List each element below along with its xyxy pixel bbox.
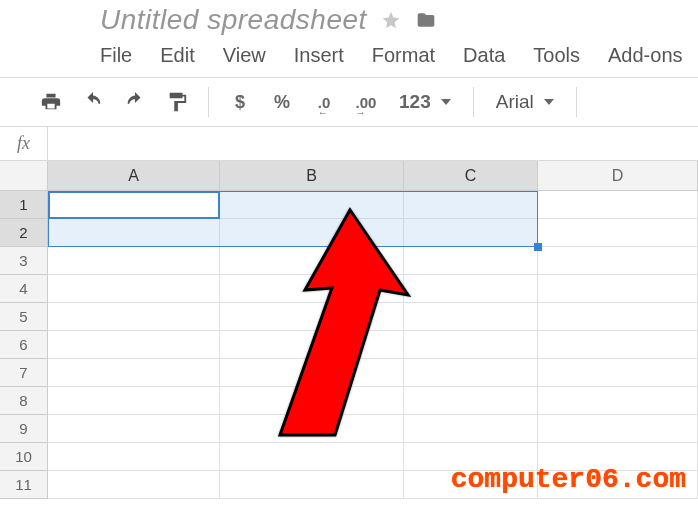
toolbar: $ % .0← .00→ 123 Arial	[0, 77, 698, 127]
row-header-7[interactable]: 7	[0, 359, 47, 387]
menu-addons[interactable]: Add-ons	[608, 44, 683, 67]
toolbar-separator	[208, 87, 209, 117]
column-header-d[interactable]: D	[538, 161, 698, 190]
row-header-5[interactable]: 5	[0, 303, 47, 331]
row-header-10[interactable]: 10	[0, 443, 47, 471]
chevron-down-icon	[544, 99, 554, 105]
formula-input[interactable]	[48, 127, 698, 160]
menu-tools[interactable]: Tools	[533, 44, 580, 67]
selection-fill-handle[interactable]	[534, 243, 542, 251]
row-header-2[interactable]: 2	[0, 219, 47, 247]
menu-format[interactable]: Format	[372, 44, 435, 67]
select-all-corner[interactable]	[0, 161, 48, 191]
chevron-down-icon	[441, 99, 451, 105]
watermark-text: computer06.com	[451, 464, 686, 495]
toolbar-separator	[576, 87, 577, 117]
fx-label: fx	[0, 127, 48, 160]
undo-icon[interactable]	[76, 84, 110, 120]
toolbar-separator	[473, 87, 474, 117]
number-format-dropdown[interactable]: 123	[391, 91, 459, 113]
row-header-1[interactable]: 1	[0, 191, 47, 219]
paint-format-icon[interactable]	[160, 84, 194, 120]
document-title[interactable]: Untitled spreadsheet	[100, 4, 367, 36]
font-family-dropdown[interactable]: Arial	[488, 91, 562, 113]
menu-file[interactable]: File	[100, 44, 132, 67]
decrease-decimal-button[interactable]: .0←	[307, 84, 341, 120]
currency-button[interactable]: $	[223, 84, 257, 120]
row-header-3[interactable]: 3	[0, 247, 47, 275]
menu-bar: File Edit View Insert Format Data Tools …	[0, 36, 698, 77]
row-header-4[interactable]: 4	[0, 275, 47, 303]
increase-decimal-button[interactable]: .00→	[349, 84, 383, 120]
column-header-c[interactable]: C	[404, 161, 538, 190]
star-icon[interactable]	[381, 10, 401, 30]
column-header-b[interactable]: B	[220, 161, 404, 190]
spreadsheet-grid[interactable]: A B C D 1 2 3 4 5 6 7 8 9 10 11	[0, 161, 698, 501]
print-icon[interactable]	[34, 84, 68, 120]
folder-icon[interactable]	[415, 10, 437, 30]
menu-edit[interactable]: Edit	[160, 44, 194, 67]
row-header-11[interactable]: 11	[0, 471, 47, 499]
row-header-6[interactable]: 6	[0, 331, 47, 359]
row-header-9[interactable]: 9	[0, 415, 47, 443]
percent-button[interactable]: %	[265, 84, 299, 120]
title-row: Untitled spreadsheet	[0, 0, 698, 36]
menu-insert[interactable]: Insert	[294, 44, 344, 67]
row-header-8[interactable]: 8	[0, 387, 47, 415]
column-headers: A B C D	[48, 161, 698, 191]
redo-icon[interactable]	[118, 84, 152, 120]
menu-data[interactable]: Data	[463, 44, 505, 67]
menu-view[interactable]: View	[223, 44, 266, 67]
cells-area[interactable]	[48, 191, 698, 499]
row-headers: 1 2 3 4 5 6 7 8 9 10 11	[0, 191, 48, 499]
formula-bar: fx	[0, 127, 698, 161]
column-header-a[interactable]: A	[48, 161, 220, 190]
